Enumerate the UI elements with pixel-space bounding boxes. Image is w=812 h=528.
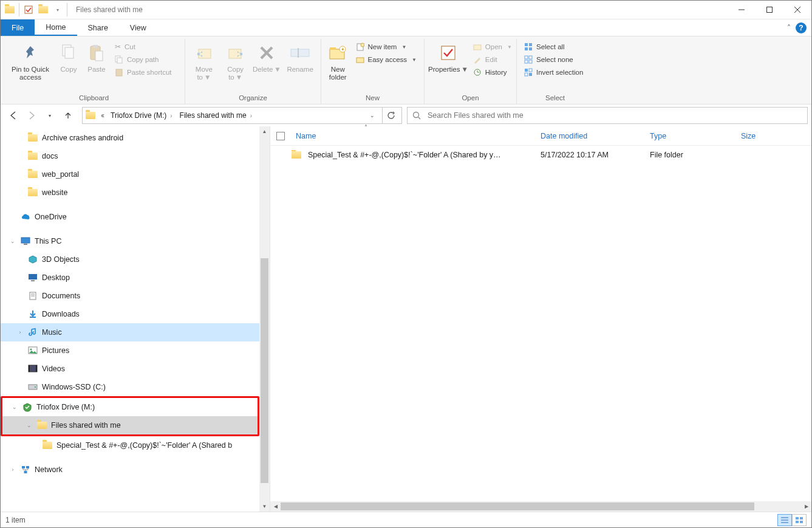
file-row[interactable]: Special_Test & #+-@,(Copy)$!`~'Folder' A…	[270, 146, 811, 164]
copy-button[interactable]: Copy	[55, 39, 82, 74]
chevron-right-icon[interactable]: ›	[9, 467, 16, 473]
breadcrumb-segment[interactable]: Triofox Drive (M:)›	[108, 111, 175, 120]
details-view-button[interactable]	[777, 514, 792, 526]
scroll-down-button[interactable]: ▼	[259, 501, 270, 512]
tab-home[interactable]: Home	[35, 19, 77, 36]
tree-item[interactable]: Windows-SSD (C:)	[1, 378, 259, 396]
select-all-checkbox[interactable]	[276, 132, 285, 140]
tree-item[interactable]: docs	[1, 147, 259, 165]
documents-icon	[27, 291, 38, 301]
properties-qat-icon[interactable]	[23, 4, 34, 15]
tree-scrollbar[interactable]: ▲ ▼	[259, 126, 270, 512]
paste-button[interactable]: Paste	[83, 39, 110, 74]
edit-button[interactable]: Edit	[469, 54, 516, 65]
select-all-button[interactable]: Select all	[520, 41, 587, 52]
group-open: Properties▼ Open▼ Edit History Open	[425, 39, 517, 104]
open-button[interactable]: Open▼	[469, 41, 516, 52]
svg-point-52	[30, 349, 32, 351]
pin-quick-access-button[interactable]: Pin to Quick access	[7, 39, 54, 81]
tree-item[interactable]: ⌄Files shared with me	[2, 416, 258, 434]
select-none-button[interactable]: Select none	[520, 54, 587, 65]
tree-item[interactable]: 3D Objects	[1, 250, 259, 269]
back-button[interactable]	[8, 110, 19, 121]
sort-indicator-icon: ˄	[364, 124, 367, 131]
tree-item-label: OneDrive	[35, 213, 67, 221]
tree-item[interactable]: web_portal	[1, 165, 259, 183]
tree-item[interactable]: Pictures	[1, 341, 259, 360]
tree-item-label: web_portal	[42, 170, 79, 179]
hscroll-thumb[interactable]	[281, 502, 754, 510]
tree-item[interactable]: Documents	[1, 287, 259, 305]
tab-view[interactable]: View	[119, 19, 157, 36]
tree-item[interactable]: Downloads	[1, 305, 259, 323]
column-name[interactable]: Name ˄	[276, 132, 541, 140]
tree-item[interactable]: website	[1, 183, 259, 202]
thispc-icon	[20, 236, 31, 246]
copy-path-button[interactable]: Copy path	[111, 54, 176, 65]
scroll-thumb[interactable]	[261, 258, 268, 483]
move-to-button[interactable]: Move to▼	[189, 39, 219, 81]
chevron-down-icon[interactable]: ⌄	[26, 422, 33, 428]
large-icons-view-button[interactable]	[792, 514, 807, 526]
tree-item-label: docs	[42, 152, 58, 160]
network-icon	[20, 465, 31, 475]
qat-dropdown-icon[interactable]: ▾	[52, 4, 63, 15]
horizontal-scrollbar[interactable]: ◀ ▶	[270, 501, 811, 512]
ribbon-tabs: File Home Share View ˄ ?	[1, 19, 811, 36]
column-date[interactable]: Date modified	[541, 132, 650, 140]
tree-item[interactable]: Special_Test & #+-@,(Copy)$!`~'Folder' A…	[1, 436, 259, 454]
help-icon[interactable]: ?	[796, 22, 807, 33]
properties-button[interactable]: Properties▼	[428, 39, 468, 74]
new-item-button[interactable]: New item▼	[352, 41, 420, 52]
invert-selection-button[interactable]: Invert selection	[520, 67, 587, 78]
forward-button[interactable]	[26, 110, 37, 121]
address-dropdown-button[interactable]: ⌄	[364, 108, 381, 123]
close-button[interactable]	[783, 1, 811, 19]
search-box[interactable]	[407, 107, 808, 124]
maximize-button[interactable]	[756, 1, 783, 19]
scroll-left-button[interactable]: ◀	[270, 501, 281, 512]
search-input[interactable]	[428, 111, 802, 120]
easy-access-button[interactable]: Easy access▼	[352, 54, 420, 65]
svg-rect-27	[474, 45, 481, 50]
delete-button[interactable]: Delete▼	[252, 39, 282, 74]
tree-item[interactable]: ›Music	[1, 323, 259, 341]
up-button[interactable]	[63, 110, 73, 121]
tree-item[interactable]: Videos	[1, 360, 259, 378]
cut-button[interactable]: ✂Cut	[111, 41, 176, 52]
rename-button[interactable]: Rename	[283, 39, 317, 74]
chevron-down-icon[interactable]: ⌄	[9, 238, 16, 244]
breadcrumb-bar[interactable]: ‹‹ Triofox Drive (M:)› Files shared with…	[82, 107, 402, 124]
copy-to-button[interactable]: Copy to▼	[220, 39, 251, 81]
breadcrumb-segment[interactable]: Files shared with me›	[177, 111, 254, 120]
chevron-down-icon[interactable]: ⌄	[11, 404, 18, 410]
scroll-right-button[interactable]: ▶	[801, 501, 811, 512]
tree-item[interactable]: ⌄This PC	[1, 232, 259, 250]
tree-item-label: Windows-SSD (C:)	[42, 383, 106, 391]
column-size[interactable]: Size	[741, 132, 811, 140]
tree-item[interactable]: OneDrive	[1, 208, 259, 226]
history-button[interactable]: History	[469, 67, 516, 78]
scroll-up-button[interactable]: ▲	[259, 126, 270, 137]
tree-item[interactable]: Archive crashes android	[1, 129, 259, 147]
paste-shortcut-button[interactable]: Paste shortcut	[111, 67, 176, 78]
folder-icon	[4, 4, 15, 15]
refresh-button[interactable]	[382, 108, 399, 123]
minimize-button[interactable]	[728, 1, 756, 19]
svg-rect-12	[116, 69, 122, 76]
recent-locations-button[interactable]: ▾	[44, 110, 55, 121]
tab-file[interactable]: File	[1, 19, 35, 36]
tree-item[interactable]: Desktop	[1, 269, 259, 287]
tree-item[interactable]: ›Network	[1, 461, 259, 479]
new-folder-button[interactable]: ✦ New folder	[325, 39, 351, 81]
folder-icon	[36, 420, 47, 430]
file-list-pane: Name ˄ Date modified Type Size Special_T…	[270, 126, 811, 512]
tree-item-label: Triofox Drive (M:)	[36, 403, 95, 411]
address-bar-row: ▾ ‹‹ Triofox Drive (M:)› Files shared wi…	[1, 105, 811, 126]
chevron-right-icon[interactable]: ›	[16, 329, 24, 335]
tree-item[interactable]: ⌄Triofox Drive (M:)	[2, 398, 258, 416]
folder-qat-icon[interactable]	[38, 4, 49, 15]
column-type[interactable]: Type	[650, 132, 741, 140]
collapse-ribbon-icon[interactable]: ˄	[787, 24, 791, 32]
tab-share[interactable]: Share	[77, 19, 119, 36]
